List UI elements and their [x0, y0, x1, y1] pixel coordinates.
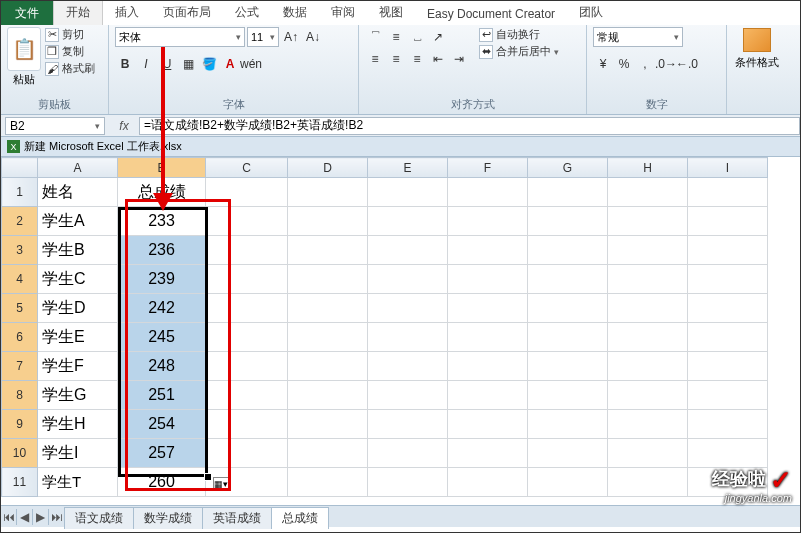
- cell[interactable]: [608, 410, 688, 439]
- decrease-font-button[interactable]: A↓: [303, 27, 323, 47]
- cell[interactable]: [448, 468, 528, 497]
- tab-file[interactable]: 文件: [1, 1, 53, 25]
- col-header-E[interactable]: E: [368, 158, 448, 178]
- cell[interactable]: 245: [118, 323, 206, 352]
- comma-button[interactable]: ,: [635, 54, 655, 74]
- cell[interactable]: [368, 381, 448, 410]
- cell[interactable]: 学生E: [38, 323, 118, 352]
- cell[interactable]: 学生A: [38, 207, 118, 236]
- cell[interactable]: [368, 265, 448, 294]
- cell[interactable]: 学生D: [38, 294, 118, 323]
- autofill-options-button[interactable]: ▦▾: [213, 477, 229, 491]
- cell[interactable]: [288, 352, 368, 381]
- tab-view[interactable]: 视图: [367, 0, 415, 25]
- cell[interactable]: [206, 439, 288, 468]
- cell[interactable]: [206, 410, 288, 439]
- cell[interactable]: [448, 439, 528, 468]
- name-box[interactable]: B2▾: [5, 117, 105, 135]
- cell[interactable]: 257: [118, 439, 206, 468]
- grid[interactable]: A B C D E F G H I 1姓名总成绩 2学生A233 3学生B236…: [1, 157, 768, 497]
- tab-review[interactable]: 审阅: [319, 0, 367, 25]
- cell[interactable]: [608, 323, 688, 352]
- row-header[interactable]: 2: [2, 207, 38, 236]
- cell[interactable]: [288, 265, 368, 294]
- cell[interactable]: [528, 323, 608, 352]
- cell[interactable]: 251: [118, 381, 206, 410]
- align-left-button[interactable]: ≡: [365, 49, 385, 69]
- cell[interactable]: [206, 381, 288, 410]
- percent-button[interactable]: %: [614, 54, 634, 74]
- cell[interactable]: [206, 294, 288, 323]
- cell[interactable]: [288, 294, 368, 323]
- fx-icon[interactable]: fx: [109, 119, 139, 133]
- cell[interactable]: [368, 236, 448, 265]
- cell[interactable]: [688, 236, 768, 265]
- cell[interactable]: [448, 207, 528, 236]
- cell[interactable]: [448, 410, 528, 439]
- cell[interactable]: [206, 207, 288, 236]
- cell[interactable]: 学生H: [38, 410, 118, 439]
- cell[interactable]: [368, 468, 448, 497]
- sheet-tab[interactable]: 数学成绩: [133, 507, 203, 529]
- cell[interactable]: 236: [118, 236, 206, 265]
- cell[interactable]: [688, 410, 768, 439]
- cell[interactable]: 254: [118, 410, 206, 439]
- cell[interactable]: [368, 352, 448, 381]
- cell[interactable]: [448, 294, 528, 323]
- italic-button[interactable]: I: [136, 54, 156, 74]
- cell[interactable]: [528, 265, 608, 294]
- cell[interactable]: 学生F: [38, 352, 118, 381]
- row-header[interactable]: 7: [2, 352, 38, 381]
- cell[interactable]: [528, 207, 608, 236]
- sheet-nav-prev[interactable]: ◀: [17, 509, 33, 525]
- tab-insert[interactable]: 插入: [103, 0, 151, 25]
- cell[interactable]: 学生I: [38, 439, 118, 468]
- phonetic-button[interactable]: wén: [241, 54, 261, 74]
- cell[interactable]: 239: [118, 265, 206, 294]
- cell[interactable]: [368, 439, 448, 468]
- orientation-button[interactable]: ↗: [428, 27, 448, 47]
- row-header[interactable]: 8: [2, 381, 38, 410]
- cell[interactable]: 姓名: [38, 178, 118, 207]
- cell[interactable]: [688, 323, 768, 352]
- decrease-decimal-button[interactable]: ←.0: [677, 54, 697, 74]
- tab-page-layout[interactable]: 页面布局: [151, 0, 223, 25]
- align-right-button[interactable]: ≡: [407, 49, 427, 69]
- wrap-text-button[interactable]: ↩自动换行: [479, 27, 559, 42]
- col-header-I[interactable]: I: [688, 158, 768, 178]
- cell[interactable]: [528, 410, 608, 439]
- cell[interactable]: [528, 468, 608, 497]
- cell[interactable]: [288, 236, 368, 265]
- formula-input[interactable]: =语文成绩!B2+数学成绩!B2+英语成绩!B2: [139, 117, 800, 135]
- cell[interactable]: [206, 236, 288, 265]
- cell[interactable]: [608, 468, 688, 497]
- cell[interactable]: [368, 207, 448, 236]
- row-header[interactable]: 3: [2, 236, 38, 265]
- cell[interactable]: [448, 323, 528, 352]
- cell[interactable]: [528, 439, 608, 468]
- cell[interactable]: 学生C: [38, 265, 118, 294]
- cell[interactable]: 260: [118, 468, 206, 497]
- tab-data[interactable]: 数据: [271, 0, 319, 25]
- cell[interactable]: [528, 381, 608, 410]
- sheet-tab[interactable]: 英语成绩: [202, 507, 272, 529]
- cell[interactable]: [288, 468, 368, 497]
- cell[interactable]: [448, 178, 528, 207]
- cell[interactable]: [608, 294, 688, 323]
- row-header[interactable]: 11: [2, 468, 38, 497]
- copy-button[interactable]: ❐复制: [45, 44, 95, 59]
- align-middle-button[interactable]: ≡: [386, 27, 406, 47]
- tab-formulas[interactable]: 公式: [223, 0, 271, 25]
- align-center-button[interactable]: ≡: [386, 49, 406, 69]
- sheet-nav-first[interactable]: ⏮: [1, 509, 17, 525]
- cell[interactable]: [288, 323, 368, 352]
- cell[interactable]: [608, 352, 688, 381]
- col-header-G[interactable]: G: [528, 158, 608, 178]
- cell[interactable]: [608, 265, 688, 294]
- merge-center-button[interactable]: ⬌合并后居中▾: [479, 44, 559, 59]
- sheet-tab-active[interactable]: 总成绩: [271, 507, 329, 529]
- cell[interactable]: [688, 294, 768, 323]
- cell[interactable]: [206, 178, 288, 207]
- col-header-H[interactable]: H: [608, 158, 688, 178]
- col-header-A[interactable]: A: [38, 158, 118, 178]
